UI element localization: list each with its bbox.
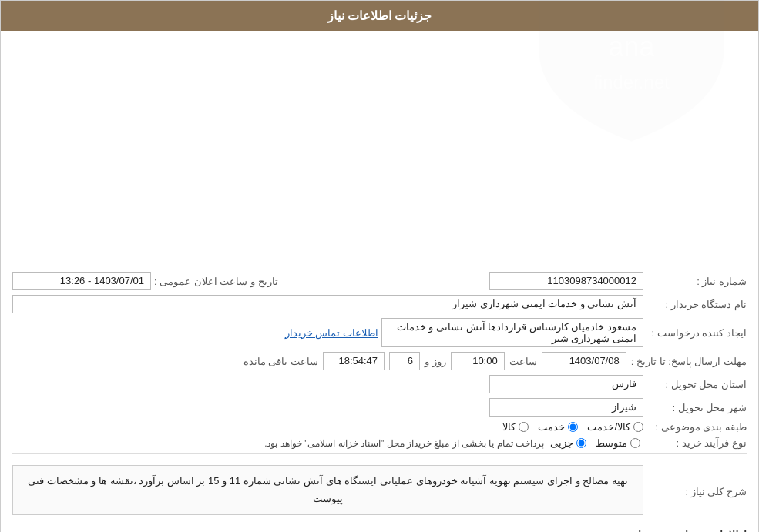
category-radio-group: کالا/خدمت خدمت کالا [502,421,643,433]
buyer-org-label: نام دستگاه خریدار : [646,299,747,310]
time-label: ساعت [509,356,537,367]
province-value: فارس [489,375,643,393]
buyer-org-value: آتش نشانی و خدمات ایمنی شهرداری شیراز [12,295,643,313]
description-value: تهیه مصالح و اجرای سیستم تهویه آشیانه خو… [12,465,643,515]
process-radio-group: متوسط جزیی [550,437,640,449]
creator-row: ایجاد کننده درخواست : مسعود خادمیان کارش… [12,318,747,347]
category-option-kala-khedmat[interactable]: کالا/خدمت [587,421,643,433]
creator-label: ایجاد کننده درخواست : [646,327,747,339]
deadline-time: 10:00 [451,352,505,370]
city-row: شهر محل تحویل : شیراز [12,398,747,417]
process-option-motavasset[interactable]: متوسط [596,437,640,449]
city-value: شیراز [489,398,643,417]
description-row: شرح کلی نیاز : تهیه مصالح و اجرای سیستم … [12,459,747,521]
creator-value: مسعود خادمیان کارشناس قراردادها آتش نشان… [381,318,643,347]
services-section-title: اطلاعات خدمات مورد نیاز [12,529,747,532]
category-label: طبقه بندی موضوعی : [646,421,747,433]
day-label: روز و [425,356,446,367]
remaining-label: ساعت باقی مانده [243,356,318,367]
publish-label: تاریخ و ساعت اعلان عمومی : [154,276,278,287]
deadline-days: 6 [389,352,420,370]
description-label: شرح کلی نیاز : [646,483,747,497]
province-row: استان محل تحویل : فارس [12,375,747,393]
contact-link[interactable]: اطلاعات تماس خریدار [285,327,378,339]
category-option-khedmat[interactable]: خدمت [538,421,578,433]
deadline-row: مهلت ارسال پاسخ: تا تاریخ : 1403/07/08 س… [12,352,747,370]
page-title: جزئیات اطلاعات نیاز [1,1,758,31]
process-note: پرداخت تمام یا بخشی از مبلغ خریداز محل "… [264,438,544,449]
province-label: استان محل تحویل : [646,379,747,390]
publish-value: 1403/07/01 - 13:26 [12,272,151,290]
svg-text:ana: ana [608,31,655,62]
deadline-date: 1403/07/08 [542,352,626,370]
process-row: نوع فرآیند خرید : متوسط جزیی پرداخت تمام… [12,437,747,449]
city-label: شهر محل تحویل : [646,402,747,413]
svg-text:finder.net: finder.net [593,72,670,92]
process-label: نوع فرآیند خرید : [646,437,747,449]
number-value: 1103098734000012 [489,272,643,290]
buyer-org-row: نام دستگاه خریدار : آتش نشانی و خدمات ای… [12,295,747,313]
number-label: شماره نیاز : [646,276,747,287]
remaining-time: 18:54:47 [323,352,385,370]
number-row: شماره نیاز : 1103098734000012 تاریخ و سا… [12,272,747,290]
category-option-kala[interactable]: کالا [502,421,529,433]
category-row: طبقه بندی موضوعی : کالا/خدمت خدمت کالا [12,421,747,433]
deadline-label: مهلت ارسال پاسخ: تا تاریخ : [631,356,747,367]
process-option-jozi[interactable]: جزیی [550,437,586,449]
